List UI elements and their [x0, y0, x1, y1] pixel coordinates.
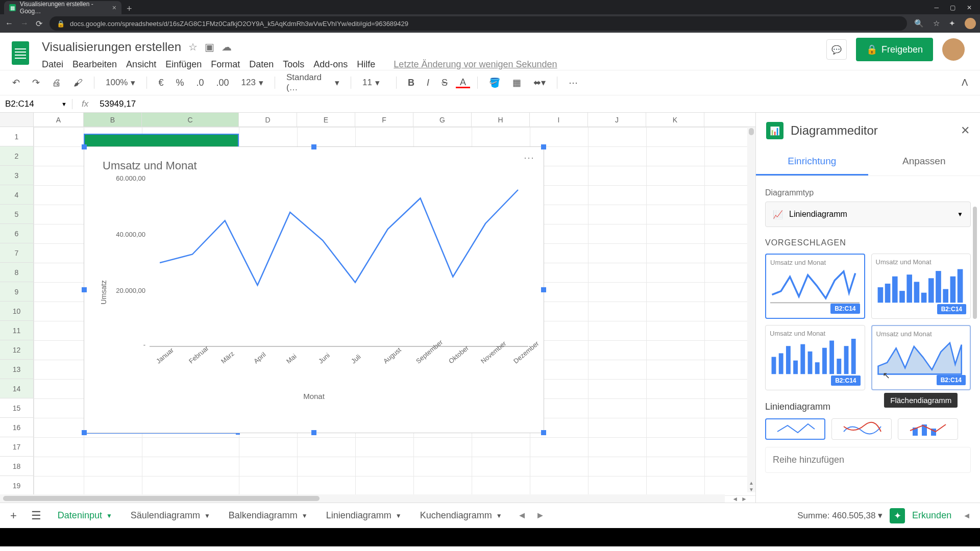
- sheet-prev-icon[interactable]: ◄: [518, 510, 527, 521]
- tab-setup[interactable]: Einrichtung: [756, 148, 868, 176]
- row-header[interactable]: 18: [0, 457, 34, 476]
- name-box[interactable]: B2:C14 ▼: [0, 99, 72, 109]
- chevron-down-icon[interactable]: ▼: [204, 512, 210, 519]
- more-icon[interactable]: ⋯: [565, 77, 582, 88]
- merge-icon[interactable]: ⬌▾: [529, 77, 550, 88]
- col-header-i[interactable]: I: [530, 113, 588, 127]
- bold-icon[interactable]: B: [404, 78, 419, 88]
- undo-icon[interactable]: ↶: [8, 77, 24, 88]
- back-icon[interactable]: ←: [5, 19, 13, 28]
- col-header-c[interactable]: C: [142, 113, 239, 127]
- menu-datei[interactable]: Datei: [42, 59, 63, 70]
- suggested-thumb-line[interactable]: Umsatz und Monat B2:C14: [765, 254, 865, 319]
- menu-tools[interactable]: Tools: [283, 59, 304, 70]
- chart-title[interactable]: Umsatz und Monat: [84, 147, 544, 172]
- close-tab-icon[interactable]: ×: [112, 4, 116, 12]
- sheet-tab-balkendiagramm[interactable]: Balkendiagramm▼: [222, 505, 315, 526]
- row-header[interactable]: 16: [0, 418, 34, 437]
- row-header[interactable]: 15: [0, 398, 34, 418]
- row-header[interactable]: 1: [0, 127, 34, 146]
- col-header-k[interactable]: K: [646, 113, 704, 127]
- col-header-g[interactable]: G: [413, 113, 472, 127]
- increase-decimal-button[interactable]: .00: [212, 78, 233, 88]
- row-header[interactable]: 14: [0, 379, 34, 398]
- row-header[interactable]: 11: [0, 321, 34, 340]
- suggested-thumb-column-3d[interactable]: Umsatz und Monat B2:C14: [765, 325, 865, 390]
- chevron-down-icon[interactable]: ▼: [396, 512, 402, 519]
- row-header[interactable]: 8: [0, 263, 34, 282]
- suggested-thumb-column[interactable]: Umsatz und Monat B2:C14: [871, 254, 971, 319]
- print-icon[interactable]: 🖨: [48, 78, 65, 88]
- sheet-tab-liniendiagramm[interactable]: Liniendiagramm▼: [319, 505, 409, 526]
- row-header[interactable]: 4: [0, 185, 34, 205]
- profile-avatar-icon[interactable]: [965, 18, 976, 29]
- decrease-decimal-button[interactable]: .0: [192, 78, 208, 88]
- line-type-combo[interactable]: [898, 418, 958, 440]
- all-sheets-button[interactable]: ☰: [26, 509, 46, 522]
- spreadsheet-grid[interactable]: A B C D E F G H I J K 123456789101112131…: [0, 113, 755, 503]
- sheet-tab-dateninput[interactable]: Dateninput▼: [51, 505, 119, 526]
- sheet-next-icon[interactable]: ►: [536, 510, 545, 521]
- line-type-smooth[interactable]: [831, 418, 892, 440]
- new-tab-button[interactable]: +: [121, 4, 137, 14]
- chart-object[interactable]: ⋮ Umsatz und Monat Umsatz 60.000,0040.00…: [84, 146, 544, 433]
- extension-icon[interactable]: ✦: [949, 19, 955, 28]
- row-header[interactable]: 3: [0, 166, 34, 185]
- row-header[interactable]: 19: [0, 476, 34, 495]
- zoom-select[interactable]: 100% ▾: [102, 78, 139, 88]
- collapse-toolbar-icon[interactable]: ᐱ: [958, 77, 972, 88]
- currency-button[interactable]: €: [154, 78, 167, 88]
- menu-daten[interactable]: Daten: [249, 59, 274, 70]
- sheets-logo-icon[interactable]: [5, 38, 36, 68]
- bookmark-icon[interactable]: ☆: [933, 19, 940, 28]
- sheet-tab-saeulendiagramm[interactable]: Säulendiagramm▼: [124, 505, 217, 526]
- select-all-corner[interactable]: [0, 113, 34, 127]
- row-header[interactable]: 13: [0, 360, 34, 379]
- menu-ansicht[interactable]: Ansicht: [126, 59, 156, 70]
- menu-einfuegen[interactable]: Einfügen: [165, 59, 202, 70]
- suggested-thumb-area[interactable]: Umsatz und Monat B2:C14 Flächendiagramm: [871, 325, 971, 390]
- user-avatar[interactable]: [942, 38, 965, 61]
- add-sheet-button[interactable]: +: [5, 509, 22, 522]
- explore-button[interactable]: Erkunden: [912, 510, 951, 521]
- col-header-j[interactable]: J: [588, 113, 646, 127]
- row-header[interactable]: 7: [0, 243, 34, 263]
- col-header-a[interactable]: A: [34, 113, 84, 127]
- row-header[interactable]: 17: [0, 437, 34, 457]
- row-header[interactable]: 10: [0, 302, 34, 321]
- line-type-simple[interactable]: [765, 418, 825, 440]
- browser-tab[interactable]: ▦ Visualisierungen erstellen - Goog… ×: [4, 1, 121, 14]
- star-icon[interactable]: ☆: [188, 41, 198, 53]
- chevron-down-icon[interactable]: ▼: [302, 512, 308, 519]
- chart-type-select[interactable]: 📈 Liniendiagramm ▼: [765, 202, 971, 227]
- italic-icon[interactable]: I: [423, 78, 433, 88]
- font-size-select[interactable]: 11 ▾: [358, 78, 389, 88]
- row-header[interactable]: 5: [0, 205, 34, 224]
- zoom-indicator-icon[interactable]: 🔍: [914, 19, 924, 28]
- percent-button[interactable]: %: [172, 78, 188, 88]
- chevron-down-icon[interactable]: ▼: [106, 512, 112, 519]
- number-format-select[interactable]: 123▾: [237, 78, 267, 88]
- formula-value[interactable]: 53949,17: [97, 99, 138, 109]
- col-header-f[interactable]: F: [355, 113, 413, 127]
- col-header-h[interactable]: H: [472, 113, 530, 127]
- col-header-e[interactable]: E: [297, 113, 355, 127]
- explore-icon[interactable]: ✦: [890, 508, 905, 523]
- row-header[interactable]: 12: [0, 340, 34, 360]
- menu-hilfe[interactable]: Hilfe: [357, 59, 375, 70]
- text-color-icon[interactable]: A: [456, 78, 470, 88]
- editor-scrollbar[interactable]: [973, 207, 978, 471]
- collapse-sidebar-icon[interactable]: ◄: [959, 511, 975, 520]
- doc-title[interactable]: Visualisierungen erstellen: [42, 40, 181, 54]
- row-header[interactable]: 9: [0, 282, 34, 302]
- reload-icon[interactable]: ⟳: [36, 19, 42, 29]
- row-header[interactable]: 2: [0, 146, 34, 166]
- font-select[interactable]: Standard (… ▾: [282, 72, 344, 93]
- col-header-d[interactable]: D: [239, 113, 297, 127]
- maximize-icon[interactable]: ▢: [950, 4, 955, 11]
- chart-menu-icon[interactable]: ⋮: [523, 153, 535, 163]
- close-editor-icon[interactable]: ✕: [961, 124, 970, 137]
- menu-format[interactable]: Format: [211, 59, 240, 70]
- sheet-tab-kuchendiagramm[interactable]: Kuchendiagramm▼: [413, 505, 509, 526]
- scroll-left-icon[interactable]: ◄: [732, 495, 738, 503]
